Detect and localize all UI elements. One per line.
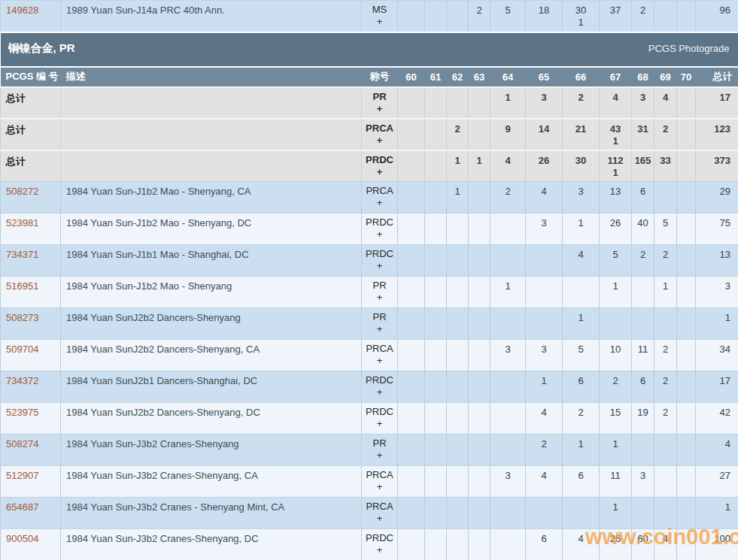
- grade-count-cell-65: [526, 308, 563, 340]
- pcgs-number-link[interactable]: 508274: [6, 438, 38, 450]
- pcgs-number-link[interactable]: 734371: [6, 249, 38, 260]
- grade-count-cell-67: 1: [600, 434, 632, 466]
- expand-plus-button[interactable]: +: [362, 544, 397, 556]
- grade-count-cell-65: 2: [526, 434, 563, 466]
- grade-count-cell-65: 4: [526, 466, 563, 498]
- grade-count-cell-70: [677, 119, 696, 150]
- grade-count-cell-69: 1: [654, 277, 677, 308]
- grade-count-cell-70: [677, 87, 696, 119]
- grade-count-cell-70: [677, 340, 696, 371]
- table-row: 5239811984 Yuan Sun-J1b2 Mao - Shenyang,…: [1, 213, 738, 245]
- row-total: 29: [696, 182, 738, 213]
- grade-count-cell-65: [526, 498, 563, 529]
- grade-count-cell-69: [654, 308, 677, 340]
- grade-count-cell-68: 11: [632, 340, 654, 371]
- expand-plus-button[interactable]: +: [362, 513, 397, 525]
- pcgs-photograde-link[interactable]: PCGS Photograde: [648, 43, 730, 54]
- coin-description: 1984 Yuan SunJ2b2 Dancers-Shenyang, DC: [61, 403, 362, 434]
- grade-count-cell-61: [425, 150, 447, 182]
- grade-count-cell-64: [490, 371, 526, 403]
- expand-plus-button[interactable]: +: [362, 166, 397, 178]
- grade-count-cell-68: [632, 277, 654, 308]
- row-total: 1: [696, 498, 738, 529]
- grade-count-cell-64: [490, 529, 526, 560]
- grade-count-cell-65: 14: [526, 119, 563, 150]
- grade-count-cell-62: 1: [447, 150, 469, 182]
- expand-plus-button[interactable]: +: [362, 292, 397, 304]
- expand-plus-button[interactable]: +: [362, 386, 397, 398]
- pcgs-number-link[interactable]: 734372: [6, 375, 38, 386]
- expand-plus-button[interactable]: +: [362, 418, 397, 430]
- designation-label: PRDC: [362, 374, 397, 386]
- grade-count-cell-63: [469, 277, 490, 308]
- grade-count-cell-66: 4: [563, 529, 600, 560]
- coin-description: 1984 Yuan Sun-J3b2 Cranes - Shenyang Min…: [61, 498, 362, 529]
- designation-label: PR: [362, 280, 397, 292]
- pcgs-number-link[interactable]: 654687: [6, 501, 38, 513]
- designation-label: PRCA: [362, 501, 397, 513]
- grade-count-cell-69: 2: [654, 371, 677, 403]
- grade-count-cell-60: [398, 119, 425, 150]
- grade-count-cell-61: [425, 213, 447, 245]
- grade-count-cell-62: [447, 371, 469, 403]
- coin-description: [61, 119, 362, 150]
- grade-count-cell-67: 15: [600, 403, 632, 434]
- expand-plus-button[interactable]: +: [362, 323, 397, 335]
- grade-count-cell-70: [677, 213, 696, 245]
- expand-plus-button[interactable]: +: [362, 481, 397, 493]
- grade-count-cell-60: [398, 434, 425, 466]
- grade-count-cell-69: [654, 1, 677, 32]
- grade-count-cell-70: [677, 403, 696, 434]
- pcgs-number-link[interactable]: 149628: [6, 5, 38, 16]
- row-total: 1: [696, 308, 738, 340]
- row-total: 4: [696, 434, 738, 466]
- grade-count-cell-69: 2: [654, 245, 677, 277]
- expand-plus-button[interactable]: +: [362, 16, 397, 28]
- grade-count-cell-63: [469, 340, 490, 371]
- table-row: 7343711984 Yuan Sun-J1b1 Mao - Shanghai,…: [1, 245, 738, 277]
- pcgs-number-link[interactable]: 523975: [6, 407, 38, 418]
- grade-count-cell-69: [654, 434, 677, 466]
- grade-count-cell-64: [490, 498, 526, 529]
- grade-count-cell-69: [654, 182, 677, 213]
- pcgs-number-link[interactable]: 512907: [6, 470, 38, 481]
- grade-count-cell-68: [632, 434, 654, 466]
- row-total: 123: [696, 119, 738, 150]
- grade-count-cell-70: [677, 182, 696, 213]
- grade-count-cell-65: 3: [526, 87, 563, 119]
- expand-plus-button[interactable]: +: [362, 355, 397, 367]
- grade-count-cell-60: [398, 529, 425, 560]
- grade-count-cell-69: [654, 498, 677, 529]
- row-total: 17: [696, 87, 738, 119]
- col-header-grade-70: 70: [677, 67, 696, 87]
- pcgs-number-link[interactable]: 508273: [6, 312, 38, 323]
- pcgs-number-link[interactable]: 900504: [6, 533, 38, 544]
- grade-count-cell-60: [398, 498, 425, 529]
- expand-plus-button[interactable]: +: [362, 229, 397, 241]
- expand-plus-button[interactable]: +: [362, 260, 397, 272]
- pcgs-number-link[interactable]: 508272: [6, 186, 38, 197]
- expand-plus-button[interactable]: +: [362, 450, 397, 462]
- grade-count-cell-63: [469, 182, 490, 213]
- coin-description: 1984 Yuan Sun-J3b2 Cranes-Shenyang: [61, 434, 362, 466]
- pcgs-number-link[interactable]: 523981: [6, 217, 38, 229]
- grade-count-cell-67: 13: [600, 182, 632, 213]
- expand-plus-button[interactable]: +: [362, 135, 397, 147]
- pcgs-number-link[interactable]: 509704: [6, 344, 38, 355]
- table-row: 总计PRDC+1142630112116533373: [1, 150, 738, 182]
- grade-count-cell-61: [425, 529, 447, 560]
- grade-count-cell-64: 3: [490, 466, 526, 498]
- expand-plus-button[interactable]: +: [362, 197, 397, 209]
- designation-label: PRDC: [362, 532, 397, 544]
- grade-count-cell-61: [425, 277, 447, 308]
- table-row: 7343721984 Yuan SunJ2b1 Dancers-Shanghai…: [1, 371, 738, 403]
- pcgs-number-link[interactable]: 516951: [6, 280, 38, 292]
- expand-plus-button[interactable]: +: [362, 103, 397, 115]
- grade-count-cell-62: [447, 87, 469, 119]
- grade-count-cell-68: 40: [632, 213, 654, 245]
- grade-count-cell-63: [469, 434, 490, 466]
- designation-label: PR: [362, 311, 397, 323]
- grade-count-cell-66: 2: [563, 87, 600, 119]
- table-row: 5082731984 Yuan SunJ2b2 Dancers-Shenyang…: [1, 308, 738, 340]
- grade-count-cell-61: [425, 182, 447, 213]
